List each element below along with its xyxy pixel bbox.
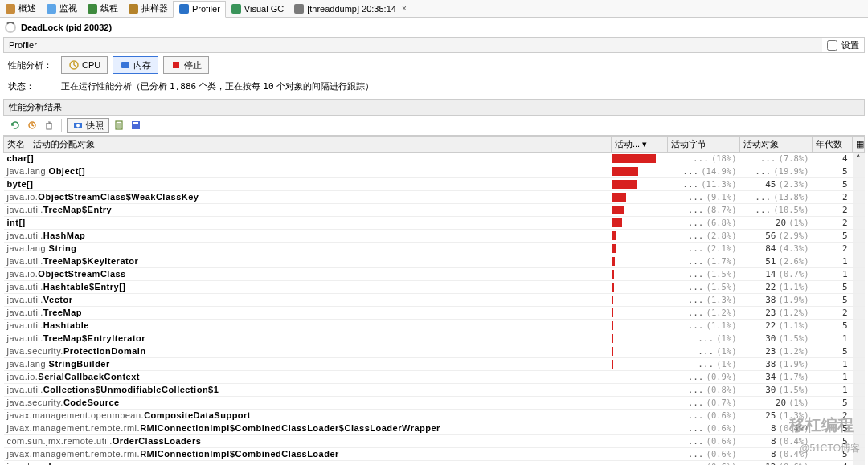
- table-row[interactable]: java.lang.Long... (0.6%)12 (0.6%)4: [4, 461, 865, 466]
- tab-[interactable]: 线程: [82, 0, 123, 17]
- cell-bar: [612, 217, 668, 230]
- table-row[interactable]: java.util.Hashtable... (1.1%)22 (1.1%)5: [4, 320, 865, 332]
- scroll-gutter[interactable]: [853, 243, 865, 255]
- table-row[interactable]: byte[]... (11.3%)45 (2.3%)5: [4, 178, 865, 191]
- tab-profiler[interactable]: Profiler: [173, 1, 226, 18]
- cell-classname: com.sun.jmx.remote.util.OrderClassLoader…: [4, 435, 612, 448]
- table-row[interactable]: javax.management.openmbean.CompositeData…: [4, 410, 865, 422]
- scroll-gutter[interactable]: [853, 410, 865, 422]
- settings-toggle[interactable]: 设置: [822, 39, 864, 51]
- scroll-gutter[interactable]: [853, 255, 865, 268]
- export-icon[interactable]: [112, 118, 126, 133]
- cell-bar: [612, 461, 668, 466]
- scroll-gutter[interactable]: [853, 422, 865, 435]
- cell-generations: 5: [813, 165, 853, 178]
- scroll-gutter[interactable]: [853, 448, 865, 461]
- scroll-gutter[interactable]: [853, 204, 865, 217]
- status-row: 状态： 正在运行性能分析（已分析 1,886 个类，正在按每 10 个对象的间隔…: [0, 80, 868, 99]
- table-row[interactable]: java.util.HashMap... (2.8%)56 (2.9%)5: [4, 230, 865, 243]
- auto-refresh-icon[interactable]: [25, 118, 39, 133]
- table-row[interactable]: javax.management.remote.rmi.RMIConnectio…: [4, 448, 865, 461]
- cell-bar: [612, 332, 668, 345]
- col-active-bytes[interactable]: 活动字节: [668, 137, 740, 153]
- table-row[interactable]: java.lang.StringBuilder... (1%)38 (1.9%)…: [4, 358, 865, 371]
- tab-label: Visual GC: [244, 4, 284, 14]
- snapshot-button[interactable]: 快照: [67, 118, 109, 133]
- cell-objects: 8 (0.4%): [740, 448, 813, 461]
- table-row[interactable]: java.util.TreeMap$KeyIterator... (1.7%)5…: [4, 255, 865, 268]
- table-row[interactable]: java.io.ObjectStreamClass... (1.5%)14 (0…: [4, 268, 865, 281]
- svg-rect-2: [88, 4, 97, 14]
- table-row[interactable]: char[]... (18%)... (7.8%)4˄: [4, 153, 865, 165]
- gc-icon[interactable]: [42, 118, 56, 133]
- table-row[interactable]: java.security.ProtectionDomain... (1%)23…: [4, 345, 865, 358]
- table-row[interactable]: javax.management.remote.rmi.RMIConnectio…: [4, 422, 865, 435]
- table-row[interactable]: java.io.SerialCallbackContext... (0.9%)3…: [4, 371, 865, 384]
- table-row[interactable]: java.util.TreeMap... (1.2%)23 (1.2%)2: [4, 307, 865, 320]
- scroll-gutter[interactable]: [853, 435, 865, 448]
- cell-classname: java.lang.Object[]: [4, 165, 612, 178]
- cell-bytes: ... (0.6%): [668, 410, 740, 422]
- cell-bar: [612, 448, 668, 461]
- tab-icon: [46, 3, 57, 14]
- tab-threaddump203514[interactable]: [threaddump] 20:35:14×: [289, 0, 411, 17]
- scroll-gutter[interactable]: [853, 320, 865, 332]
- tabs: 概述监视线程抽样器ProfilerVisual GC[threaddump] 2…: [0, 0, 868, 18]
- table-row[interactable]: java.security.CodeSource... (0.7%)20 (1%…: [4, 397, 865, 410]
- tab-[interactable]: 概述: [0, 0, 41, 17]
- table-row[interactable]: java.util.Vector... (1.3%)38 (1.9%)5: [4, 294, 865, 307]
- scroll-gutter[interactable]: [853, 191, 865, 204]
- refresh-icon[interactable]: [8, 118, 23, 133]
- stop-button[interactable]: 停止: [163, 56, 209, 74]
- table-row[interactable]: java.lang.Object[]... (14.9%)... (19.9%)…: [4, 165, 865, 178]
- scroll-gutter[interactable]: [853, 294, 865, 307]
- settings-checkbox[interactable]: [827, 40, 837, 51]
- table-row[interactable]: java.lang.String... (2.1%)84 (4.3%)2: [4, 243, 865, 255]
- tab-[interactable]: 抽样器: [123, 0, 173, 17]
- cell-bytes: ... (0.6%): [668, 461, 740, 466]
- table-row[interactable]: java.util.Collections$UnmodifiableCollec…: [4, 384, 865, 397]
- col-menu-icon[interactable]: ▦: [853, 137, 865, 153]
- scroll-gutter[interactable]: [853, 281, 865, 294]
- col-generations[interactable]: 年代数: [813, 137, 853, 153]
- memory-button[interactable]: 内存: [113, 56, 158, 74]
- scroll-gutter[interactable]: [853, 165, 865, 178]
- scroll-gutter[interactable]: [853, 217, 865, 230]
- cell-objects: 56 (2.9%): [740, 230, 813, 243]
- cpu-button[interactable]: CPU: [61, 56, 108, 74]
- cell-bytes: ... (0.8%): [668, 384, 740, 397]
- status-label: 状态：: [8, 80, 56, 92]
- save-icon[interactable]: [129, 118, 143, 133]
- col-active-bytes-bar[interactable]: 活动... ▾: [612, 137, 668, 153]
- table-row[interactable]: java.io.ObjectStreamClass$WeakClassKey..…: [4, 191, 865, 204]
- scroll-gutter[interactable]: [853, 397, 865, 410]
- scroll-gutter[interactable]: [853, 178, 865, 191]
- profiler-label: Profiler: [4, 38, 822, 52]
- scroll-gutter[interactable]: [853, 307, 865, 320]
- scroll-gutter[interactable]: [853, 268, 865, 281]
- tab-visualgc[interactable]: Visual GC: [226, 0, 289, 17]
- cell-bar: [612, 191, 668, 204]
- cell-generations: 5: [813, 320, 853, 332]
- scroll-gutter[interactable]: [853, 345, 865, 358]
- scroll-gutter[interactable]: [853, 358, 865, 371]
- table-row[interactable]: com.sun.jmx.remote.util.OrderClassLoader…: [4, 435, 865, 448]
- scroll-gutter[interactable]: [853, 332, 865, 345]
- close-icon[interactable]: ×: [402, 4, 407, 13]
- table-row[interactable]: int[]... (6.8%)20 (1%)2: [4, 217, 865, 230]
- col-classname[interactable]: 类名 - 活动的分配对象: [4, 137, 612, 153]
- scroll-gutter[interactable]: [853, 371, 865, 384]
- tab-[interactable]: 监视: [41, 0, 82, 17]
- scroll-gutter[interactable]: [853, 384, 865, 397]
- cell-bytes: ... (2.1%): [668, 243, 740, 255]
- scroll-gutter[interactable]: [853, 230, 865, 243]
- results-header: 性能分析结果: [3, 99, 865, 116]
- table-row[interactable]: java.util.TreeMap$EntryIterator... (1%)3…: [4, 332, 865, 345]
- cell-objects: 20 (1%): [740, 217, 813, 230]
- col-active-objects[interactable]: 活动对象: [740, 137, 813, 153]
- scroll-gutter[interactable]: [853, 461, 865, 466]
- table-row[interactable]: java.util.TreeMap$Entry... (8.7%)... (10…: [4, 204, 865, 217]
- scroll-gutter[interactable]: ˄: [853, 153, 865, 165]
- cell-bytes: ... (1.7%): [668, 255, 740, 268]
- table-row[interactable]: java.util.Hashtable$Entry[]... (1.5%)22 …: [4, 281, 865, 294]
